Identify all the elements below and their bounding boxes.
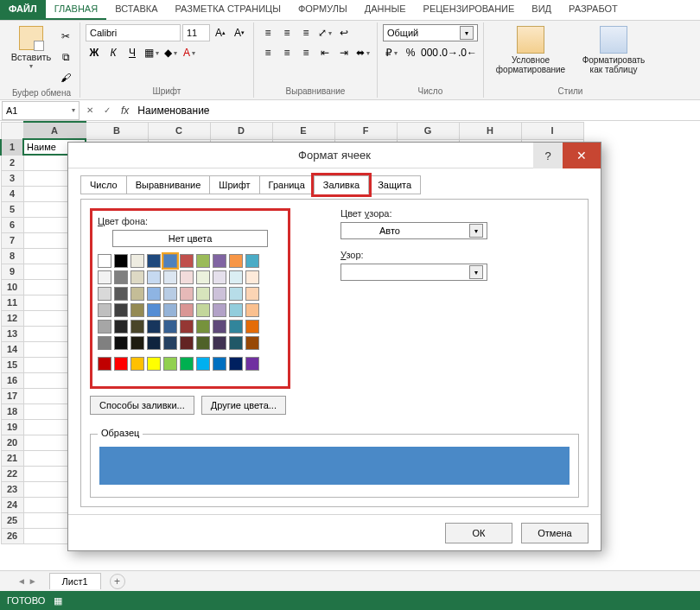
color-swatch[interactable] [98, 254, 111, 268]
color-swatch[interactable] [163, 287, 177, 301]
border-button[interactable]: ▦ [143, 44, 160, 61]
color-swatch[interactable] [114, 336, 128, 350]
color-swatch[interactable] [163, 254, 177, 268]
row-header-6[interactable]: 6 [1, 217, 23, 232]
row-header-11[interactable]: 11 [1, 295, 23, 310]
color-swatch[interactable] [213, 320, 226, 334]
row-header-2[interactable]: 2 [1, 155, 23, 170]
col-header-F[interactable]: F [334, 122, 397, 139]
color-swatch[interactable] [196, 336, 210, 350]
cancel-button[interactable]: Отмена [521, 523, 589, 543]
color-swatch[interactable] [180, 270, 194, 284]
fx-icon[interactable]: fx [116, 105, 134, 117]
color-swatch[interactable] [196, 254, 210, 268]
color-swatch[interactable] [180, 303, 194, 317]
name-box[interactable]: A1▾ [2, 101, 80, 120]
color-swatch[interactable] [213, 303, 226, 317]
color-swatch[interactable] [130, 336, 144, 350]
color-swatch[interactable] [229, 270, 243, 284]
comma-button[interactable]: 000 [421, 44, 438, 61]
merge-button[interactable]: ⬌ [354, 44, 372, 61]
color-swatch[interactable] [229, 303, 243, 317]
col-header-D[interactable]: D [210, 122, 272, 139]
row-header-13[interactable]: 13 [1, 326, 23, 341]
fill-color-button[interactable]: ◆ [162, 44, 179, 61]
tab-formulas[interactable]: ФОРМУЛЫ [290, 0, 356, 20]
dialog-close-button[interactable]: ✕ [563, 143, 601, 168]
color-swatch[interactable] [180, 320, 194, 334]
font-name-select[interactable] [86, 24, 181, 41]
sheet-tab-1[interactable]: Лист1 [49, 573, 101, 589]
row-header-19[interactable]: 19 [1, 419, 23, 435]
format-table-button[interactable]: Форматировать как таблицу [576, 24, 652, 76]
increase-decimal-button[interactable]: .0→ [440, 44, 457, 61]
align-left-button[interactable]: ≡ [259, 44, 277, 61]
row-header-12[interactable]: 12 [1, 310, 23, 326]
color-swatch[interactable] [130, 287, 144, 301]
format-painter-button[interactable]: 🖌 [57, 69, 74, 86]
col-header-C[interactable]: C [148, 122, 210, 139]
dlg-tab-font[interactable]: Шрифт [209, 175, 259, 194]
fill-effects-button[interactable]: Способы заливки... [90, 396, 194, 415]
row-header-22[interactable]: 22 [1, 466, 23, 481]
color-swatch[interactable] [245, 287, 259, 301]
no-color-button[interactable]: Нет цвета [112, 230, 268, 247]
italic-button[interactable]: К [105, 44, 122, 61]
align-bottom-button[interactable]: ≡ [297, 24, 315, 41]
macro-record-icon[interactable]: ▦ [54, 595, 62, 607]
color-swatch[interactable] [147, 357, 161, 371]
col-header-H[interactable]: H [459, 122, 521, 139]
color-swatch[interactable] [98, 357, 111, 371]
color-swatch[interactable] [213, 357, 226, 371]
color-swatch[interactable] [163, 357, 177, 371]
col-header-I[interactable]: I [521, 122, 583, 139]
color-swatch[interactable] [229, 336, 243, 350]
color-swatch[interactable] [130, 254, 144, 268]
color-swatch[interactable] [98, 303, 111, 317]
dialog-help-button[interactable]: ? [533, 143, 563, 168]
row-header-5[interactable]: 5 [1, 201, 23, 217]
tab-view[interactable]: ВИД [523, 0, 560, 20]
color-swatch[interactable] [229, 287, 243, 301]
align-center-button[interactable]: ≡ [278, 44, 296, 61]
col-header-B[interactable]: B [86, 122, 148, 139]
decrease-decimal-button[interactable]: .0← [459, 44, 476, 61]
color-swatch[interactable] [213, 254, 226, 268]
color-swatch[interactable] [147, 336, 161, 350]
align-middle-button[interactable]: ≡ [278, 24, 296, 41]
color-swatch[interactable] [213, 287, 226, 301]
row-header-4[interactable]: 4 [1, 186, 23, 201]
color-swatch[interactable] [180, 254, 194, 268]
tab-dev[interactable]: РАЗРАБОТ [560, 0, 627, 20]
pattern-select[interactable]: ▾ [340, 264, 487, 281]
cancel-formula-button[interactable]: ✕ [81, 105, 99, 115]
align-top-button[interactable]: ≡ [259, 24, 277, 41]
dlg-tab-fill[interactable]: Заливка [314, 175, 369, 194]
color-swatch[interactable] [130, 270, 144, 284]
color-swatch[interactable] [163, 336, 177, 350]
color-swatch[interactable] [147, 303, 161, 317]
color-swatch[interactable] [213, 336, 226, 350]
row-header-10[interactable]: 10 [1, 279, 23, 295]
color-swatch[interactable] [114, 357, 128, 371]
color-swatch[interactable] [147, 287, 161, 301]
row-header-14[interactable]: 14 [1, 341, 23, 357]
row-header-18[interactable]: 18 [1, 403, 23, 419]
conditional-format-button[interactable]: Условное форматирование [489, 24, 572, 76]
dlg-tab-protection[interactable]: Защита [368, 175, 421, 194]
color-swatch[interactable] [196, 287, 210, 301]
decrease-indent-button[interactable]: ⇤ [316, 44, 334, 61]
row-header-9[interactable]: 9 [1, 264, 23, 279]
tab-insert[interactable]: ВСТАВКА [106, 0, 166, 20]
col-header-E[interactable]: E [272, 122, 334, 139]
color-swatch[interactable] [163, 320, 177, 334]
increase-font-button[interactable]: A▴ [212, 24, 229, 41]
row-header-25[interactable]: 25 [1, 512, 23, 528]
color-swatch[interactable] [245, 303, 259, 317]
color-swatch[interactable] [196, 320, 210, 334]
color-swatch[interactable] [98, 270, 111, 284]
tab-data[interactable]: ДАННЫЕ [356, 0, 415, 20]
color-swatch[interactable] [163, 303, 177, 317]
color-swatch[interactable] [245, 320, 259, 334]
row-header-24[interactable]: 24 [1, 497, 23, 512]
